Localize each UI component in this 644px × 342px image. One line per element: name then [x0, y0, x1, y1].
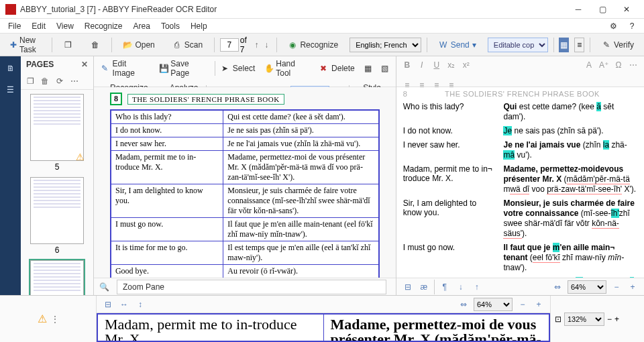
layers-icon[interactable]: ❐ — [25, 76, 36, 87]
magnifier-zoom-select[interactable]: 64% — [474, 298, 513, 311]
new-task-button[interactable]: ✚ New Task — [4, 33, 46, 57]
thumbnail-5[interactable]: ⚠ 5 — [28, 94, 86, 172]
down-icon[interactable]: ↓ — [455, 281, 467, 293]
edit-icon: ✎ — [101, 64, 111, 73]
more-icon[interactable]: ⋯ — [69, 76, 80, 87]
book-title: THE SOLDIERS' FRENCH PHRASE BOOK — [127, 94, 284, 105]
menu-area[interactable]: Area — [129, 20, 154, 32]
word-icon: W — [439, 40, 448, 50]
menu-tools[interactable]: Tools — [157, 20, 184, 32]
fit-icon[interactable]: ⊟ — [102, 298, 114, 310]
text-document[interactable]: 8 THE SOLDIERS' FRENCH PHRASE BOOK Who i… — [396, 87, 644, 278]
zoom-in-icon[interactable]: + — [533, 298, 545, 310]
sidebar-list-icon[interactable]: ☰ — [3, 82, 19, 98]
magnifier-view[interactable]: Madam, permit me to in-troduce Mr. X. Ma… — [97, 313, 550, 342]
trash-icon[interactable]: 🗑 — [40, 76, 50, 87]
pages-close-icon[interactable]: ✕ — [81, 60, 88, 69]
trash-button[interactable]: 🗑 — [85, 38, 106, 52]
view-image-toggle[interactable]: ▦ — [559, 38, 569, 52]
settings-icon[interactable]: ⚙ — [605, 21, 621, 31]
text-tools: B I U x₂ x² A A⁺ Ω ⋯ ≡ ≡ ≡ ≡ — [396, 56, 644, 87]
pilcrow-icon[interactable]: ¶ — [439, 281, 451, 293]
bottom-bar: ⚠ ⋮ ⊟ ↔ ↕ ⇔ 64% − + Madam, permit me to … — [0, 295, 644, 342]
minimize-button[interactable]: ─ — [566, 0, 590, 19]
sub-button[interactable]: x₂ — [446, 59, 457, 71]
page-up-icon[interactable]: ↑ — [252, 40, 261, 50]
delete-button[interactable]: ✖Delete — [317, 62, 358, 74]
layout2-icon[interactable]: æ — [418, 281, 430, 293]
delete-icon: ✖ — [320, 64, 329, 73]
help-icon[interactable]: ? — [624, 21, 640, 31]
language-select[interactable]: English; French — [350, 38, 421, 52]
zoom-in-icon[interactable]: + — [614, 315, 619, 324]
page-down-icon[interactable]: ↓ — [262, 40, 271, 50]
layers-button[interactable]: ❐ — [58, 38, 79, 52]
thumbnail-6[interactable]: 6 — [28, 177, 86, 255]
font-larger-icon[interactable]: A⁺ — [598, 59, 609, 71]
menu-file[interactable]: File — [4, 20, 25, 32]
image-document[interactable]: 8 THE SOLDIERS' FRENCH PHRASE BOOK Who i… — [94, 87, 396, 278]
fit-width-icon[interactable]: ⇔ — [551, 281, 564, 293]
zoom-out-icon[interactable]: − — [607, 315, 612, 324]
thumbnail-list[interactable]: ⚠ 5 6 ⚠ 7 — [21, 90, 93, 295]
thumb-label-6: 6 — [55, 245, 60, 255]
sidebar-page-icon[interactable]: 🗎 — [3, 60, 19, 76]
table-row: Who is this lady?Qui est cette dame? (ke… — [111, 110, 379, 124]
select-tool[interactable]: ➤Select — [218, 62, 258, 74]
menu-help[interactable]: Help — [186, 20, 211, 32]
pages-tools: ❐ 🗑 ⟳ ⋯ — [21, 72, 93, 90]
phrase-table[interactable]: Who is this lady?Qui est cette dame? (ke… — [110, 109, 380, 278]
plus-icon: ✚ — [10, 40, 17, 50]
text-zoom-select[interactable]: 64% — [568, 280, 606, 294]
fit-window-icon[interactable]: ⊡ — [555, 315, 561, 324]
new-task-label: New Task — [19, 36, 40, 54]
width-icon[interactable]: ↔ — [118, 298, 130, 310]
fit-width-icon[interactable]: ⇔ — [458, 298, 470, 310]
view-text-toggle[interactable]: ≡ — [574, 38, 584, 52]
maximize-button[interactable]: ▢ — [590, 0, 614, 19]
zoom-out-icon[interactable]: − — [610, 281, 623, 293]
up-icon[interactable]: ↑ — [471, 281, 483, 293]
height-icon[interactable]: ↕ — [134, 298, 146, 310]
page-zoom-select[interactable]: 132% — [564, 312, 604, 326]
open-button[interactable]: 📂 Open — [117, 38, 160, 52]
rotate-icon[interactable]: ⟳ — [54, 76, 65, 87]
sup-button[interactable]: x² — [461, 59, 472, 71]
grid1-icon[interactable]: ▦ — [361, 62, 375, 74]
underline-button[interactable]: U — [431, 59, 442, 71]
table-row: Madam, permit me to in-troduce Mr. X.Mad… — [111, 151, 379, 184]
font-smaller-icon[interactable]: A — [584, 59, 594, 71]
pages-header: PAGES ✕ — [21, 56, 93, 72]
omega-icon[interactable]: Ω — [613, 59, 624, 71]
warning-icon[interactable]: ⚠ — [38, 312, 47, 325]
page-current-input[interactable] — [220, 38, 239, 52]
bottom-status: ⊡ 132% − + — [550, 296, 644, 342]
copy-mode-select[interactable]: Editable copy — [488, 38, 548, 52]
text-status-bar: ⊟ æ ¶ ↓ ↑ ⇔ 64% − + — [396, 278, 644, 295]
close-button[interactable]: ✕ — [614, 0, 639, 19]
zoom-out-icon[interactable]: − — [517, 298, 529, 310]
warning-icon: ⚠ — [76, 152, 85, 162]
magnify-icon[interactable]: 🔍 — [99, 282, 109, 292]
send-button[interactable]: W Send▾ — [433, 38, 482, 52]
zoom-in-icon[interactable]: + — [627, 281, 639, 293]
menu-recognize[interactable]: Recognize — [80, 20, 127, 32]
save-page-button[interactable]: 💾Save Page — [156, 58, 212, 79]
grid2-icon[interactable]: ▧ — [378, 62, 392, 74]
hand-tool[interactable]: ✋Hand Tool — [261, 58, 314, 79]
recognize-button[interactable]: ◉ Recognize — [282, 38, 344, 52]
menu-edit[interactable]: Edit — [28, 20, 50, 32]
page-total-label: of 7 — [240, 36, 251, 54]
zoom-pane-label: Zoom Pane — [117, 280, 386, 294]
layout1-icon[interactable]: ⊟ — [402, 281, 414, 293]
menu-view[interactable]: View — [52, 20, 78, 32]
verify-button[interactable]: ✎ Verify — [596, 38, 640, 52]
scan-button[interactable]: ⎙ Scan — [166, 38, 209, 52]
thumbnail-7[interactable]: ⚠ 7 — [28, 260, 86, 295]
image-tools: ✎Edit Image 💾Save Page ➤Select ✋Hand Too… — [94, 56, 396, 87]
italic-button[interactable]: I — [417, 59, 427, 71]
more-icon[interactable]: ⋯ — [628, 59, 639, 71]
edit-image-button[interactable]: ✎Edit Image — [98, 58, 153, 79]
table-row: I do not know.Je ne sais pas (zhĭn sā pä… — [111, 124, 379, 137]
bold-button[interactable]: B — [402, 59, 413, 71]
